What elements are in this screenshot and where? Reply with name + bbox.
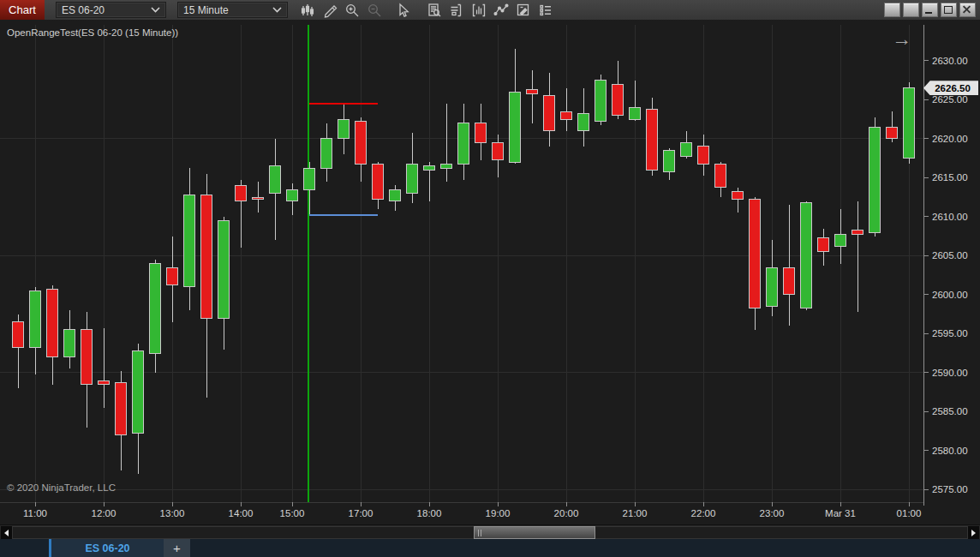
candlestick-bar — [441, 164, 452, 168]
candlestick-bar — [287, 189, 298, 201]
chart-properties-button[interactable] — [512, 2, 535, 19]
drawing-tools-button[interactable] — [319, 2, 341, 19]
tab-es-06-20[interactable]: ES 06-20 — [49, 539, 164, 557]
candlestick-bar — [887, 127, 898, 139]
candlestick-bar — [544, 96, 555, 131]
candlestick-bar — [647, 110, 658, 171]
panels-button[interactable] — [445, 2, 468, 19]
zoom-out-button[interactable] — [363, 2, 385, 19]
data-box-icon — [427, 3, 442, 18]
instrument-link-button[interactable] — [884, 3, 900, 17]
scrollbar-track[interactable] — [12, 526, 968, 539]
tab-bar: ES 06-20 + — [0, 539, 980, 557]
candlestick-bar — [150, 264, 161, 354]
candlestick-bar — [767, 267, 778, 307]
zoom-out-icon — [367, 3, 382, 18]
chart-area[interactable]: 2575.002580.002585.002590.002595.002600.… — [0, 20, 980, 524]
window-controls — [881, 3, 980, 17]
chart-background — [0, 20, 980, 524]
candlestick-bar — [595, 81, 607, 122]
line-tools-icon — [493, 3, 509, 18]
go-to-end-arrow-icon[interactable]: → — [892, 29, 911, 49]
candlestick-bar — [133, 351, 144, 434]
candlestick-bar — [784, 267, 795, 295]
data-box-button[interactable] — [423, 2, 445, 19]
candlestick-bar — [424, 166, 435, 171]
candlestick-bar — [64, 330, 75, 357]
add-tab-button[interactable]: + — [164, 539, 190, 557]
candlestick-bar — [612, 84, 624, 115]
minimize-icon — [925, 12, 932, 14]
scroll-right-button[interactable] — [968, 526, 979, 539]
close-button[interactable] — [959, 3, 976, 17]
chevron-down-icon — [151, 7, 160, 13]
pencil-icon — [322, 3, 338, 18]
interval-link-button[interactable] — [903, 3, 919, 17]
window-type-text: Chart — [9, 3, 36, 16]
candlestick-bar — [373, 164, 384, 199]
cursor-button[interactable] — [392, 2, 415, 19]
candlestick-bar — [390, 189, 401, 201]
candlestick-bar — [904, 88, 915, 159]
tab-label: ES 06-20 — [85, 542, 129, 554]
candlestick-bar — [304, 168, 315, 189]
candlestick-bar — [184, 195, 195, 287]
candlestick-bar — [869, 127, 881, 232]
candlestick-bar — [270, 166, 281, 194]
candlestick-bar — [236, 185, 247, 201]
candlestick-bar — [681, 142, 692, 156]
candlestick-bar — [30, 290, 41, 347]
scroll-left-icon — [4, 530, 9, 536]
instrument-value: ES 06-20 — [62, 4, 105, 16]
interval-value: 15 Minute — [183, 4, 229, 16]
candlestick-bar — [201, 195, 212, 318]
instrument-selector[interactable]: ES 06-20 — [56, 2, 166, 18]
candlestick-bar — [664, 151, 675, 172]
candlestick-bar — [218, 220, 230, 318]
candlestick-bar — [527, 90, 538, 94]
chart-style-icon — [300, 3, 315, 18]
candlestick-bar — [750, 199, 761, 308]
list-view-icon — [538, 3, 553, 18]
zoom-in-button[interactable] — [341, 2, 363, 19]
candlestick-bar — [510, 92, 521, 162]
indicators-icon — [471, 3, 487, 18]
candlestick-bar — [99, 380, 110, 385]
copyright-text: © 2020 NinjaTrader, LLC — [7, 482, 116, 493]
zoom-in-icon — [344, 3, 360, 18]
indicators-button[interactable] — [468, 2, 490, 19]
maximize-button[interactable] — [941, 3, 957, 17]
toolbar: Chart ES 06-20 15 Minute — [0, 0, 980, 21]
candlestick-bar — [818, 238, 829, 252]
candlestick-bar — [835, 234, 846, 246]
window-type-label: Chart — [0, 0, 45, 20]
list-view-button[interactable] — [535, 2, 557, 19]
candlestick-bar — [47, 289, 58, 357]
candlestick-bar — [13, 322, 24, 348]
interval-selector[interactable]: 15 Minute — [177, 2, 288, 18]
candlestick-bar — [732, 191, 744, 199]
candlestick-bar — [698, 147, 709, 164]
candlestick-bar — [493, 142, 504, 159]
line-tools-button[interactable] — [490, 2, 512, 19]
candlestick-bar — [801, 203, 812, 308]
indicator-label[interactable]: OpenRangeTest(ES 06-20 (15 Minute)) — [7, 27, 178, 38]
chart-style-button[interactable] — [296, 2, 319, 19]
candlestick-bar — [475, 123, 487, 143]
minimize-button[interactable] — [922, 3, 938, 17]
cursor-icon — [396, 3, 411, 18]
chart-window: Chart ES 06-20 15 Minute — [0, 0, 980, 557]
candlestick-bar — [458, 123, 469, 165]
candlestick-bar — [116, 382, 127, 434]
candlestick-bar — [630, 107, 641, 119]
chart-properties-icon — [516, 3, 531, 18]
chevron-down-icon — [272, 7, 282, 13]
candlestick-bar — [321, 139, 332, 168]
candlestick-bar — [407, 164, 418, 193]
scroll-left-button[interactable] — [1, 526, 12, 539]
candlestick-bar — [356, 121, 367, 164]
candlestick-bar — [578, 113, 589, 130]
panels-icon — [449, 3, 464, 18]
scrollbar-thumb[interactable] — [474, 526, 595, 539]
candlestick-bar — [253, 197, 264, 199]
